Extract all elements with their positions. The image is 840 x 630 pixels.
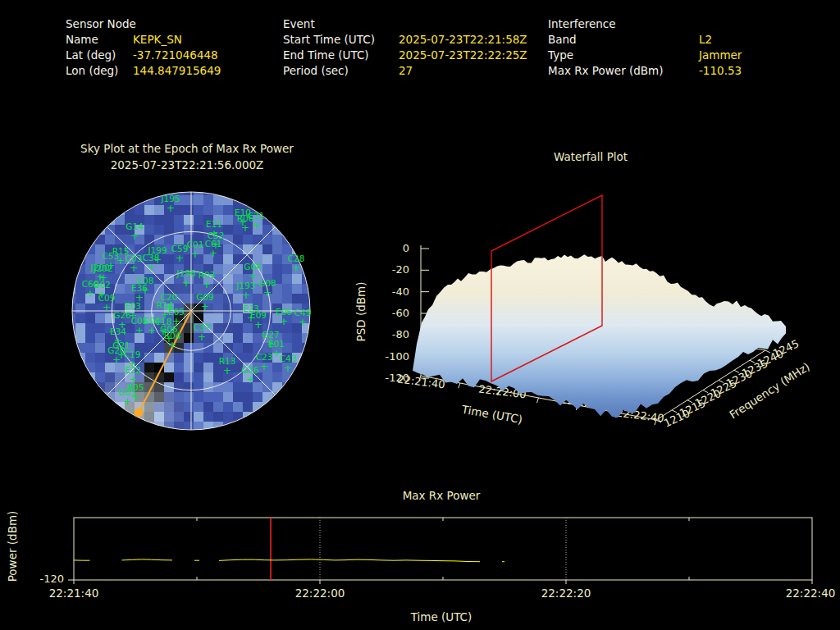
psd-tick-label: -100 [385, 350, 409, 363]
satellite-position-cross: + [242, 290, 250, 301]
power-time-tick-label: 22:22:00 [295, 587, 345, 600]
gnss-interference-dashboard: Sensor Node Name KEPK_SN Lat (deg) -37.7… [0, 0, 840, 630]
satellite-position-cross: + [263, 287, 272, 299]
satellite-position-cross: + [148, 325, 156, 336]
satellite-position-cross: + [284, 363, 292, 374]
satellite-position-cross: + [201, 301, 209, 313]
plots-canvas: J195+G14+E10+R06+C31+E11+C52+C61+C01+C59… [0, 0, 840, 630]
satellite-position-cross: + [246, 374, 254, 386]
waterfall-plot: 0-20-40-60-80-100-12022:21:4022:22:0022:… [385, 195, 801, 430]
satellite-position-cross: + [254, 319, 262, 331]
psd-tick-label: -40 [392, 285, 409, 298]
waterfall-time-tick-label: 22:21:40 [397, 373, 446, 391]
max-rx-power-plot: 22:21:4022:22:0022:22:2022:22:40 [49, 518, 836, 600]
satellite-position-cross: + [135, 325, 144, 336]
power-plot-axes [68, 518, 812, 584]
satellite-position-cross: + [241, 222, 249, 234]
satellite-position-cross: + [147, 262, 155, 273]
satellite-position-cross: + [209, 248, 217, 259]
power-time-tick-label: 22:22:40 [786, 587, 836, 600]
psd-tick-label: -80 [392, 328, 409, 340]
satellite-position-cross: + [252, 220, 260, 231]
satellite-position-cross: + [123, 396, 131, 408]
satellite-position-cross: + [299, 317, 307, 328]
power-time-tick-label: 22:21:40 [49, 587, 99, 600]
satellite-position-cross: + [130, 262, 138, 274]
psd-surface [413, 254, 786, 418]
satellite-position-cross: + [280, 316, 288, 327]
skyplot: J195+G14+E10+R06+C31+E11+C52+C61+C01+C59… [66, 185, 322, 441]
satellite-position-cross: + [103, 302, 111, 313]
max-rx-power-trace [122, 559, 173, 560]
max-rx-power-trace [219, 559, 480, 562]
satellite-position-cross: + [203, 279, 211, 290]
satellite-position-cross: + [167, 203, 175, 214]
psd-tick-label: -20 [392, 263, 409, 276]
jammer-location-marker [135, 409, 144, 418]
satellite-position-cross: + [191, 249, 199, 260]
satellite-position-cross: + [130, 231, 139, 242]
satellite-position-cross: + [168, 340, 176, 351]
satellite-position-cross: + [223, 365, 231, 377]
psd-tick-label: 0 [403, 242, 409, 254]
psd-tick-label: -60 [392, 307, 409, 319]
satellite-position-cross: + [198, 331, 206, 343]
satellite-position-cross: + [176, 253, 184, 264]
satellite-position-cross: + [292, 262, 300, 274]
satellite-position-cross: + [112, 354, 121, 366]
power-time-tick-label: 22:22:20 [541, 587, 591, 600]
power-tick-labels: 22:21:4022:22:0022:22:2022:22:40 [49, 587, 836, 600]
satellite-position-cross: + [182, 277, 190, 289]
satellite-position-cross: + [86, 288, 94, 299]
satellite-position-cross: + [260, 361, 268, 372]
